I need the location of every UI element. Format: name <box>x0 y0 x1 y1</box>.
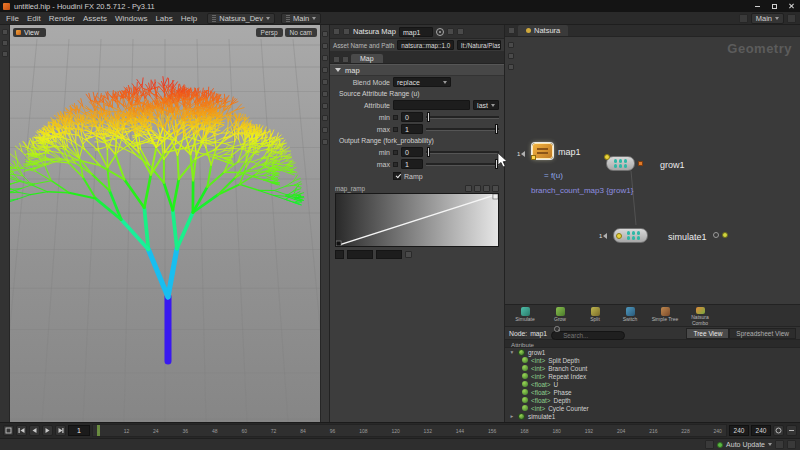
jump-start-button[interactable] <box>16 425 27 436</box>
menu-help[interactable]: Help <box>177 14 201 23</box>
layout-icon[interactable] <box>739 14 748 23</box>
network-menu-icon[interactable] <box>508 27 515 34</box>
view-tab[interactable]: View <box>13 28 46 37</box>
loop-mode-button[interactable] <box>773 425 784 436</box>
play-button[interactable] <box>42 425 53 436</box>
section-map[interactable]: map <box>330 64 504 76</box>
panel-tab-icon[interactable] <box>2 40 8 46</box>
attribute-row[interactable]: <int> Cycle Counter <box>505 404 800 412</box>
source-max-field[interactable]: 1 <box>401 124 423 134</box>
node-simulate1[interactable] <box>613 228 648 243</box>
bookmark-icon[interactable] <box>457 28 464 35</box>
range-end-field[interactable]: 240 <box>751 425 771 436</box>
tool-grow[interactable]: Grow <box>544 306 576 326</box>
no-cam-button[interactable]: No cam <box>285 28 317 37</box>
node-bypass-ring[interactable] <box>713 232 719 238</box>
close-button[interactable] <box>783 0 800 12</box>
source-min-field[interactable]: 0 <box>401 112 423 122</box>
tab-map[interactable]: Map <box>351 54 383 63</box>
channel-icon[interactable] <box>393 127 398 132</box>
attribute-field[interactable] <box>393 100 470 110</box>
slider-handle[interactable] <box>495 124 498 134</box>
tab-spreadsheet-view[interactable]: Spreadsheet View <box>729 328 796 339</box>
network-editor[interactable]: Natsura Geometry 1 map1 = f(u) branch_co <box>505 25 800 305</box>
move-tool-icon[interactable] <box>322 43 328 49</box>
menu-assets[interactable]: Assets <box>79 14 111 23</box>
slider-handle[interactable] <box>427 147 430 157</box>
next-frame-button[interactable] <box>55 425 66 436</box>
viewport-3d[interactable]: View Persp No cam <box>10 25 320 422</box>
pane-selector-right[interactable]: Main <box>751 13 784 24</box>
channel-icon[interactable] <box>393 150 398 155</box>
node-grow1[interactable] <box>606 156 635 171</box>
attribute-row[interactable]: <int> Split Depth <box>505 356 800 364</box>
curve-preset-icon[interactable] <box>465 185 472 192</box>
attribute-row[interactable]: <float> U <box>505 380 800 388</box>
tool-simple-tree[interactable]: Simple Tree <box>649 306 681 326</box>
expander-icon[interactable]: ▾ <box>509 349 515 355</box>
gear-icon[interactable] <box>483 185 490 192</box>
network-tool-icon[interactable] <box>508 53 514 59</box>
shade-tool-icon[interactable] <box>322 115 328 121</box>
menu-render[interactable]: Render <box>45 14 79 23</box>
ramp-checkbox[interactable] <box>393 172 401 180</box>
attribute-mode-dropdown[interactable]: last <box>473 100 499 110</box>
ramp-value-field[interactable] <box>376 250 402 259</box>
node-name-field[interactable]: map1 <box>399 27 433 37</box>
persp-button[interactable]: Persp <box>256 28 283 37</box>
display-tool-icon[interactable] <box>322 103 328 109</box>
current-frame-field[interactable]: 1 <box>68 425 90 436</box>
list-icon[interactable] <box>333 56 340 63</box>
back-arrow-icon[interactable] <box>333 28 340 35</box>
tool-natsura-combo[interactable]: Natsura Combo <box>684 306 716 326</box>
attribute-row[interactable]: <int> Branch Count <box>505 364 800 372</box>
end-frame-field[interactable]: 240 <box>729 425 749 436</box>
slider-handle[interactable] <box>427 112 430 122</box>
tree-row-simulate1[interactable]: ▸ simulate1 <box>505 412 800 420</box>
tab-tree-view[interactable]: Tree View <box>686 328 729 339</box>
output-max-field[interactable]: 1 <box>401 159 423 169</box>
ramp-point-swatch[interactable] <box>335 250 344 259</box>
channel-icon[interactable] <box>393 115 398 120</box>
auto-update-dropdown[interactable]: Auto Update <box>726 441 765 448</box>
grid-tool-icon[interactable] <box>322 91 328 97</box>
menu-file[interactable]: File <box>2 14 23 23</box>
output-min-field[interactable]: 0 <box>401 147 423 157</box>
panel-tab-icon[interactable] <box>2 51 8 57</box>
menu-windows[interactable]: Windows <box>111 14 151 23</box>
blend-mode-dropdown[interactable]: replace <box>393 77 451 87</box>
prev-frame-button[interactable] <box>29 425 40 436</box>
grid-icon[interactable] <box>492 185 499 192</box>
expander-icon[interactable]: ▸ <box>509 413 515 419</box>
playhead[interactable] <box>97 425 100 436</box>
source-max-slider[interactable] <box>426 124 499 134</box>
output-min-slider[interactable] <box>426 147 499 157</box>
attribute-row[interactable]: <float> Phase <box>505 388 800 396</box>
attribute-row[interactable]: <int> Repeat Index <box>505 372 800 380</box>
playbar-options-button[interactable] <box>786 425 797 436</box>
filter-icon[interactable] <box>342 56 349 63</box>
network-tool-icon[interactable] <box>508 42 514 48</box>
node-map1[interactable] <box>532 143 553 159</box>
tree-row-grow1[interactable]: ▾ grow1 <box>505 348 800 356</box>
pin-icon[interactable] <box>787 14 796 23</box>
pin-icon[interactable] <box>343 28 350 35</box>
menu-labs[interactable]: Labs <box>151 14 176 23</box>
pane-selector-left[interactable]: Main <box>281 13 321 24</box>
lock-icon[interactable] <box>447 28 454 35</box>
desktop-selector[interactable]: Natsura_Dev <box>207 13 275 24</box>
rotate-tool-icon[interactable] <box>322 55 328 61</box>
output-max-slider[interactable] <box>426 159 499 169</box>
tool-simulate[interactable]: Simulate <box>509 306 541 326</box>
ramp-position-field[interactable] <box>347 250 373 259</box>
channel-icon[interactable] <box>393 162 398 167</box>
message-log-icon[interactable] <box>775 440 784 449</box>
minimize-button[interactable] <box>749 0 766 12</box>
asset-name-dropdown[interactable]: natsura::map::1.0 <box>397 40 454 50</box>
scale-tool-icon[interactable] <box>322 67 328 73</box>
slider-handle[interactable] <box>495 159 498 169</box>
network-tool-icon[interactable] <box>508 64 514 70</box>
frame-ruler[interactable]: 1 12 24 36 48 60 72 84 96 108 120 132 14… <box>92 424 727 437</box>
panel-tab-icon[interactable] <box>2 29 8 35</box>
flip-icon[interactable] <box>474 185 481 192</box>
